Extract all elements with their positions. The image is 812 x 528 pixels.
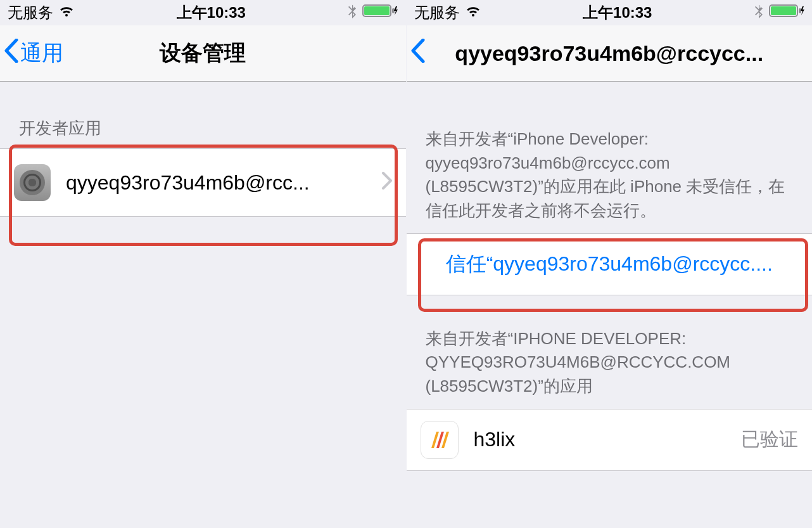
app-row[interactable]: h3lix 已验证 xyxy=(407,409,813,471)
trust-note: 来自开发者“iPhone Developer: qyyeq93ro73u4m6b… xyxy=(407,127,813,233)
profile-row[interactable]: qyyeq93ro73u4m6b@rcc... xyxy=(0,148,406,217)
battery-icon xyxy=(362,3,398,22)
phone-right: 无服务 上午10:33 qyyeq93ro73u4m xyxy=(406,0,813,528)
clock: 上午10:33 xyxy=(177,3,246,23)
chevron-left-icon xyxy=(4,39,19,68)
wifi-icon xyxy=(58,4,75,22)
bluetooth-icon xyxy=(347,3,357,22)
trust-button[interactable]: 信任“qyyeq93ro73u4m6b@rccycc.... xyxy=(407,233,813,295)
app-name: h3lix xyxy=(474,428,735,451)
carrier-label: 无服务 xyxy=(8,3,53,23)
bluetooth-icon xyxy=(754,3,764,22)
battery-icon xyxy=(769,3,804,22)
gear-icon xyxy=(20,170,45,195)
developer-apps-section: 开发者应用 qyyeq93ro73u4m6b@rcc... xyxy=(0,117,406,217)
profile-name: qyyeq93ro73u4m6b@rcc... xyxy=(66,171,378,195)
trust-label: 信任“qyyeq93ro73u4m6b@rccycc.... xyxy=(446,250,773,278)
wifi-icon xyxy=(465,4,481,22)
carrier-label: 无服务 xyxy=(414,3,460,23)
section-header: 开发者应用 xyxy=(0,117,406,148)
apps-note: 来自开发者“IPHONE DEVELOPER: QYYEQ93RO73U4M6B… xyxy=(407,327,813,409)
status-bar: 无服务 上午10:33 xyxy=(0,0,406,25)
nav-bar: qyyeq93ro73u4m6b@rccycc... xyxy=(407,25,813,82)
back-button[interactable] xyxy=(407,39,427,68)
app-status: 已验证 xyxy=(741,427,798,453)
svg-rect-1 xyxy=(364,6,390,15)
chevron-left-icon xyxy=(410,39,426,68)
screenshot-pair: 无服务 上午10:33 通用 设备管 xyxy=(0,0,812,528)
nav-title: qyyeq93ro73u4m6b@rccycc... xyxy=(407,41,813,66)
nav-bar: 通用 设备管理 xyxy=(0,25,406,82)
back-button[interactable]: 通用 xyxy=(0,39,63,68)
chevron-right-icon xyxy=(382,171,392,195)
app-icon xyxy=(421,421,459,459)
clock: 上午10:33 xyxy=(583,3,652,23)
back-label: 通用 xyxy=(20,39,63,68)
profile-icon xyxy=(14,164,51,201)
trust-section: 来自开发者“iPhone Developer: qyyeq93ro73u4m6b… xyxy=(407,127,813,295)
phone-left: 无服务 上午10:33 通用 设备管 xyxy=(0,0,406,528)
apps-section: 来自开发者“IPHONE DEVELOPER: QYYEQ93RO73U4M6B… xyxy=(407,327,813,471)
status-bar: 无服务 上午10:33 xyxy=(407,0,813,25)
svg-rect-4 xyxy=(771,6,796,15)
